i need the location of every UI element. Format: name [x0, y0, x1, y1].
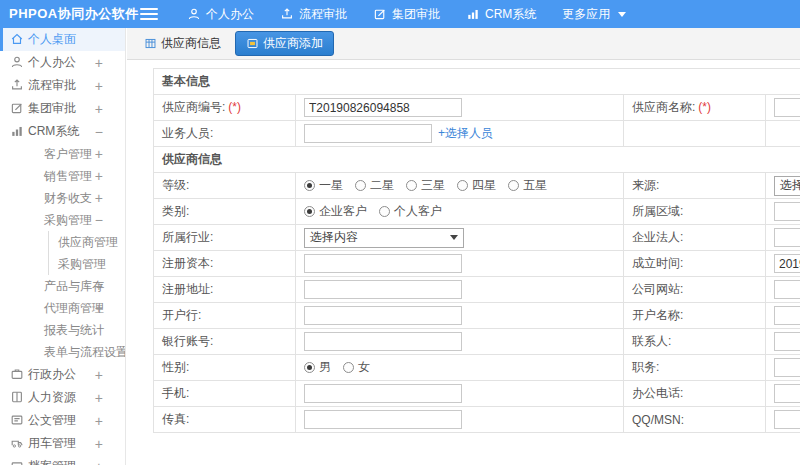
category-radio-0[interactable]: 企业客户 — [304, 203, 367, 220]
person-icon — [10, 55, 24, 69]
expand-toggle-icon[interactable]: + — [95, 146, 103, 162]
form-row: 开户行:开户名称: — [154, 303, 800, 329]
sidebar-item-sales-mgmt[interactable]: 销售管理+ — [0, 165, 125, 187]
nav-more-apps[interactable]: 更多应用 — [549, 0, 639, 28]
level-radio-1[interactable]: 二星 — [355, 177, 394, 194]
select-person-link[interactable]: +选择人员 — [438, 126, 493, 140]
expand-toggle-icon[interactable]: − — [95, 212, 103, 228]
expand-toggle-icon[interactable]: + — [95, 413, 103, 429]
expand-toggle-icon[interactable]: + — [95, 278, 103, 294]
business-person-input[interactable] — [304, 124, 432, 143]
sidebar-item-label: 个人办公 — [28, 54, 76, 71]
expand-toggle-icon[interactable]: + — [95, 390, 103, 406]
bank-input[interactable] — [304, 306, 462, 325]
expand-toggle-icon[interactable]: + — [95, 367, 103, 383]
nav-item-label: 个人办公 — [206, 6, 254, 23]
nav-crm-system[interactable]: CRM系统 — [453, 0, 549, 28]
bank-account-input[interactable] — [304, 332, 462, 351]
tab-supplier-info[interactable]: 供应商信息 — [136, 32, 229, 55]
radio-button-icon[interactable] — [304, 362, 315, 373]
source-select[interactable]: 选择内容 — [774, 176, 800, 196]
sidebar-item-personal-desktop[interactable]: 个人桌面 — [0, 28, 125, 51]
sidebar-item-agent-mgmt[interactable]: 代理商管理+ — [0, 297, 125, 319]
sidebar-item-group-approval[interactable]: 集团审批+ — [0, 97, 125, 120]
founding-date-input[interactable] — [774, 254, 800, 273]
legal-person-input[interactable] — [774, 228, 800, 247]
expand-toggle-icon[interactable]: + — [95, 190, 103, 206]
registered-capital-input[interactable] — [304, 254, 462, 273]
category-radio-1[interactable]: 个人客户 — [379, 203, 442, 220]
fax-label-cell: 传真: — [154, 407, 296, 433]
sidebar-item-admin-office[interactable]: 行政办公+ — [0, 363, 125, 386]
fax-field-cell — [296, 407, 624, 433]
expand-toggle-icon[interactable]: + — [95, 55, 103, 71]
qq-msn-input[interactable] — [774, 410, 800, 429]
supplier-name-field-cell — [766, 95, 800, 121]
expand-toggle-icon[interactable]: − — [95, 124, 103, 140]
expand-toggle-icon[interactable]: + — [95, 436, 103, 452]
gender-field-cell: 男女 — [296, 355, 624, 381]
expand-toggle-icon[interactable]: + — [95, 78, 103, 94]
radio-button-icon[interactable] — [508, 180, 519, 191]
sidebar-item-purchasing[interactable]: 采购管理 — [0, 253, 125, 275]
expand-toggle-icon[interactable]: + — [95, 300, 103, 316]
sidebar-item-supplier-mgmt[interactable]: 供应商管理 — [0, 231, 125, 253]
tab-supplier-add[interactable]: 供应商添加 — [235, 31, 334, 56]
radio-button-icon[interactable] — [343, 362, 354, 373]
sidebar-item-personal-office[interactable]: 个人办公+ — [0, 51, 125, 74]
supplier-name-label-cell: 供应商名称:(*) — [624, 95, 766, 121]
level-label: 等级: — [162, 178, 189, 192]
sidebar-item-customer-mgmt[interactable]: 客户管理+ — [0, 143, 125, 165]
expand-toggle-icon[interactable]: + — [95, 168, 103, 184]
nav-workflow-approval[interactable]: 流程审批 — [267, 0, 360, 28]
person-icon — [187, 7, 201, 21]
sidebar-item-reports-stats[interactable]: 报表与统计 — [0, 319, 125, 341]
expand-toggle-icon[interactable]: + — [95, 459, 103, 465]
contact-person-input[interactable] — [774, 332, 800, 351]
qq-msn-field-cell — [766, 407, 800, 433]
sidebar-item-workflow-approval[interactable]: 流程审批+ — [0, 74, 125, 97]
account-name-input[interactable] — [774, 306, 800, 325]
sidebar-item-product-inventory[interactable]: 产品与库存+ — [0, 275, 125, 297]
gender-radio-1[interactable]: 女 — [343, 359, 370, 376]
form-row: 性别:男女职务: — [154, 355, 800, 381]
registered-address-input[interactable] — [304, 280, 462, 299]
sidebar-item-document-mgmt[interactable]: 公文管理+ — [0, 409, 125, 432]
gender-label-cell: 性别: — [154, 355, 296, 381]
nav-personal-office[interactable]: 个人办公 — [174, 0, 267, 28]
level-radio-0[interactable]: 一星 — [304, 177, 343, 194]
share-icon — [10, 78, 24, 95]
mobile-input[interactable] — [304, 384, 462, 403]
level-radio-4[interactable]: 五星 — [508, 177, 547, 194]
sidebar-item-finance[interactable]: 财务收支+ — [0, 187, 125, 209]
level-radio-2[interactable]: 三星 — [406, 177, 445, 194]
job-title-input[interactable] — [774, 358, 800, 377]
region-input[interactable] — [774, 202, 800, 221]
fax-input[interactable] — [304, 410, 462, 429]
sidebar-item-archive-mgmt[interactable]: 档案管理+ — [0, 455, 125, 465]
company-website-input[interactable] — [774, 280, 800, 299]
supplier-name-input[interactable] — [774, 98, 800, 117]
industry-select[interactable]: 选择内容 — [304, 228, 464, 248]
nav-group-approval[interactable]: 集团审批 — [360, 0, 453, 28]
radio-button-icon[interactable] — [355, 180, 366, 191]
gender-radio-0[interactable]: 男 — [304, 359, 331, 376]
selected-value: 选择内容 — [780, 177, 800, 194]
sidebar-item-vehicle-mgmt[interactable]: 用车管理+ — [0, 432, 125, 455]
radio-button-icon[interactable] — [304, 206, 315, 217]
sidebar-item-form-flow-settings[interactable]: 表单与流程设置+ — [0, 341, 125, 363]
supplier-code-input[interactable] — [304, 98, 462, 117]
radio-button-icon[interactable] — [304, 180, 315, 191]
radio-button-icon[interactable] — [457, 180, 468, 191]
sidebar-item-purchase-mgmt[interactable]: 采购管理− — [0, 209, 125, 231]
expand-toggle-icon[interactable]: + — [95, 101, 103, 117]
sidebar-item-hr[interactable]: 人力资源+ — [0, 386, 125, 409]
mobile-label: 手机: — [162, 386, 189, 400]
menu-toggle-icon[interactable] — [140, 0, 158, 28]
level-radio-3[interactable]: 四星 — [457, 177, 496, 194]
office-phone-input[interactable] — [774, 384, 800, 403]
sidebar-item-crm-system[interactable]: CRM系统− — [0, 120, 125, 143]
radio-button-icon[interactable] — [406, 180, 417, 191]
contact-person-field-cell — [766, 329, 800, 355]
radio-button-icon[interactable] — [379, 206, 390, 217]
